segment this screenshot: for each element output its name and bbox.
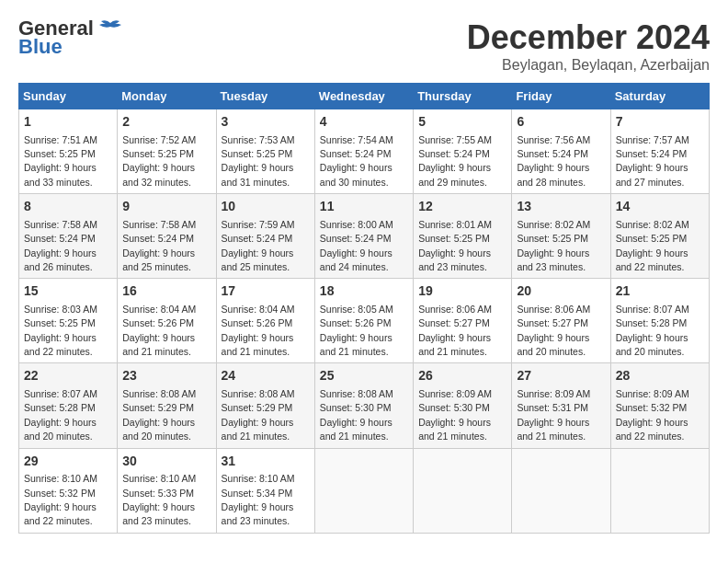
- calendar-cell: [610, 448, 709, 533]
- day-sunrise: Sunrise: 8:08 AM: [222, 388, 295, 399]
- calendar-cell: 18 Sunrise: 8:05 AM Sunset: 5:26 PM Dayl…: [314, 279, 413, 363]
- day-daylight: Daylight: 9 hours and 23 minutes.: [418, 247, 491, 272]
- day-sunset: Sunset: 5:24 PM: [320, 148, 392, 159]
- weekday-header-row: SundayMondayTuesdayWednesdayThursdayFrid…: [19, 84, 710, 109]
- calendar-cell: 1 Sunrise: 7:51 AM Sunset: 5:25 PM Dayli…: [19, 109, 118, 194]
- day-number: 30: [122, 453, 210, 471]
- day-sunset: Sunset: 5:26 PM: [320, 317, 392, 328]
- calendar-week-3: 15 Sunrise: 8:03 AM Sunset: 5:25 PM Dayl…: [19, 279, 710, 363]
- logo: General Blue: [18, 18, 123, 57]
- day-sunrise: Sunrise: 7:51 AM: [24, 134, 97, 145]
- day-sunset: Sunset: 5:26 PM: [122, 317, 194, 328]
- day-daylight: Daylight: 9 hours and 31 minutes.: [222, 162, 294, 187]
- day-daylight: Daylight: 9 hours and 21 minutes.: [418, 332, 491, 357]
- weekday-header-wednesday: Wednesday: [314, 84, 413, 109]
- calendar-week-1: 1 Sunrise: 7:51 AM Sunset: 5:25 PM Dayli…: [19, 109, 710, 194]
- day-number: 7: [616, 113, 704, 132]
- calendar-cell: 26 Sunrise: 8:09 AM Sunset: 5:30 PM Dayl…: [414, 363, 512, 448]
- day-number: 29: [24, 453, 112, 471]
- weekday-header-tuesday: Tuesday: [216, 84, 314, 109]
- day-sunrise: Sunrise: 7:59 AM: [222, 219, 295, 230]
- day-daylight: Daylight: 9 hours and 23 minutes.: [122, 501, 195, 526]
- day-sunrise: Sunrise: 8:02 AM: [517, 219, 590, 230]
- day-sunrise: Sunrise: 8:04 AM: [222, 304, 295, 315]
- calendar-cell: 2 Sunrise: 7:52 AM Sunset: 5:25 PM Dayli…: [118, 109, 216, 194]
- day-daylight: Daylight: 9 hours and 21 minutes.: [320, 417, 392, 442]
- day-daylight: Daylight: 9 hours and 23 minutes.: [517, 247, 589, 272]
- day-daylight: Daylight: 9 hours and 30 minutes.: [320, 162, 392, 187]
- day-sunrise: Sunrise: 8:09 AM: [517, 388, 590, 399]
- location-subtitle: Beylagan, Beylaqan, Azerbaijan: [467, 57, 710, 74]
- day-sunset: Sunset: 5:29 PM: [222, 402, 293, 413]
- day-daylight: Daylight: 9 hours and 22 minutes.: [616, 247, 688, 272]
- day-daylight: Daylight: 9 hours and 33 minutes.: [24, 162, 97, 187]
- calendar-cell: 13 Sunrise: 8:02 AM Sunset: 5:25 PM Dayl…: [512, 194, 610, 279]
- month-title: December 2024: [467, 18, 710, 57]
- calendar-cell: [512, 448, 610, 533]
- day-sunrise: Sunrise: 8:10 AM: [222, 473, 295, 484]
- day-number: 14: [616, 198, 704, 216]
- day-sunrise: Sunrise: 7:55 AM: [418, 134, 492, 145]
- day-number: 8: [24, 198, 112, 216]
- logo-bird-icon: [97, 19, 123, 38]
- day-daylight: Daylight: 9 hours and 29 minutes.: [418, 162, 491, 187]
- day-number: 10: [222, 198, 310, 216]
- calendar-cell: 30 Sunrise: 8:10 AM Sunset: 5:33 PM Dayl…: [118, 448, 216, 533]
- calendar-cell: 14 Sunrise: 8:02 AM Sunset: 5:25 PM Dayl…: [610, 194, 709, 279]
- day-number: 20: [517, 282, 605, 301]
- calendar-cell: 7 Sunrise: 7:57 AM Sunset: 5:24 PM Dayli…: [610, 109, 709, 194]
- day-sunrise: Sunrise: 8:10 AM: [24, 473, 97, 484]
- day-sunset: Sunset: 5:28 PM: [616, 317, 688, 328]
- logo-blue-text: Blue: [18, 37, 63, 57]
- day-number: 12: [418, 198, 506, 216]
- calendar-cell: 15 Sunrise: 8:03 AM Sunset: 5:25 PM Dayl…: [19, 279, 118, 363]
- day-sunset: Sunset: 5:34 PM: [222, 488, 293, 499]
- day-number: 26: [418, 367, 506, 385]
- day-sunset: Sunset: 5:24 PM: [616, 148, 688, 159]
- day-sunrise: Sunrise: 8:02 AM: [616, 219, 689, 230]
- day-daylight: Daylight: 9 hours and 21 minutes.: [122, 332, 195, 357]
- day-number: 21: [616, 282, 704, 301]
- day-number: 13: [517, 198, 605, 216]
- day-number: 28: [616, 367, 704, 385]
- day-sunset: Sunset: 5:32 PM: [616, 402, 688, 413]
- day-sunset: Sunset: 5:31 PM: [517, 402, 588, 413]
- day-number: 5: [418, 113, 506, 132]
- day-number: 27: [517, 367, 605, 385]
- day-sunrise: Sunrise: 8:08 AM: [122, 388, 196, 399]
- calendar-cell: 23 Sunrise: 8:08 AM Sunset: 5:29 PM Dayl…: [118, 363, 216, 448]
- day-daylight: Daylight: 9 hours and 21 minutes.: [222, 417, 294, 442]
- day-daylight: Daylight: 9 hours and 25 minutes.: [222, 247, 294, 272]
- day-sunrise: Sunrise: 7:53 AM: [222, 134, 295, 145]
- day-sunset: Sunset: 5:25 PM: [24, 317, 96, 328]
- calendar-table: SundayMondayTuesdayWednesdayThursdayFrid…: [18, 83, 710, 534]
- day-number: 23: [122, 367, 210, 385]
- day-daylight: Daylight: 9 hours and 21 minutes.: [222, 332, 294, 357]
- title-section: December 2024 Beylagan, Beylaqan, Azerba…: [467, 18, 710, 74]
- calendar-cell: 22 Sunrise: 8:07 AM Sunset: 5:28 PM Dayl…: [19, 363, 118, 448]
- calendar-cell: 29 Sunrise: 8:10 AM Sunset: 5:32 PM Dayl…: [19, 448, 118, 533]
- calendar-cell: 17 Sunrise: 8:04 AM Sunset: 5:26 PM Dayl…: [216, 279, 314, 363]
- calendar-cell: 31 Sunrise: 8:10 AM Sunset: 5:34 PM Dayl…: [216, 448, 314, 533]
- day-daylight: Daylight: 9 hours and 25 minutes.: [122, 247, 195, 272]
- calendar-cell: 9 Sunrise: 7:58 AM Sunset: 5:24 PM Dayli…: [118, 194, 216, 279]
- day-sunset: Sunset: 5:29 PM: [122, 402, 194, 413]
- day-number: 4: [320, 113, 408, 132]
- calendar-cell: 20 Sunrise: 8:06 AM Sunset: 5:27 PM Dayl…: [512, 279, 610, 363]
- day-daylight: Daylight: 9 hours and 20 minutes.: [24, 417, 97, 442]
- calendar-cell: 5 Sunrise: 7:55 AM Sunset: 5:24 PM Dayli…: [414, 109, 512, 194]
- weekday-header-monday: Monday: [118, 84, 216, 109]
- calendar-cell: 27 Sunrise: 8:09 AM Sunset: 5:31 PM Dayl…: [512, 363, 610, 448]
- day-sunrise: Sunrise: 8:09 AM: [418, 388, 492, 399]
- calendar-cell: 10 Sunrise: 7:59 AM Sunset: 5:24 PM Dayl…: [216, 194, 314, 279]
- calendar-week-5: 29 Sunrise: 8:10 AM Sunset: 5:32 PM Dayl…: [19, 448, 710, 533]
- day-sunset: Sunset: 5:25 PM: [222, 148, 293, 159]
- day-number: 24: [222, 367, 310, 385]
- day-daylight: Daylight: 9 hours and 32 minutes.: [122, 162, 195, 187]
- day-number: 19: [418, 282, 506, 301]
- day-sunset: Sunset: 5:33 PM: [122, 488, 194, 499]
- day-sunset: Sunset: 5:24 PM: [222, 233, 293, 244]
- day-number: 6: [517, 113, 605, 132]
- calendar-cell: 16 Sunrise: 8:04 AM Sunset: 5:26 PM Dayl…: [118, 279, 216, 363]
- day-sunset: Sunset: 5:26 PM: [222, 317, 293, 328]
